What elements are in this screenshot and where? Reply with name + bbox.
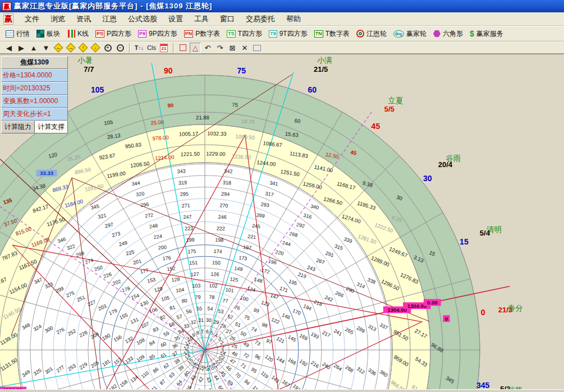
svg-text:32: 32 [190, 319, 196, 325]
svg-text:立夏: 立夏 [388, 96, 403, 105]
toolbar-btn-p-square[interactable]: PSP四方形 [92, 27, 135, 40]
menu-item-2[interactable]: 资讯 [71, 13, 97, 25]
svg-text:152: 152 [167, 265, 176, 272]
t-square-icon: TS [227, 30, 236, 38]
draw-btn-pan-left[interactable]: ← [53, 43, 64, 53]
svg-text:295: 295 [180, 191, 189, 197]
panel-button-support[interactable]: 计算支撑 [35, 121, 68, 133]
title-bar[interactable]: 赢 赢家江恩专业版[赢家内部服务平台] - [焦煤1309 江恩轮] [0, 0, 564, 12]
svg-text:318: 318 [223, 179, 231, 186]
draw-btn-pan-right[interactable]: → [65, 43, 76, 53]
draw-btn-screen[interactable] [251, 43, 263, 53]
kline-label: K线 [77, 29, 89, 39]
draw-btn-nav-down[interactable]: ▼ [40, 43, 52, 53]
svg-text:1229.00: 1229.00 [206, 150, 226, 157]
toolbar-main: 行情板块K线PSP四方形P99P四方形PNP数字表TST四方形T99T四方形TN… [0, 26, 564, 41]
panel-field-2[interactable]: 变换系数=1.00000 [1, 95, 68, 108]
winner-wheel-icon: Big [393, 30, 404, 38]
svg-text:269: 269 [256, 212, 265, 219]
toolbar-btn-hexagon[interactable]: 六角形 [430, 27, 466, 40]
draw-btn-delete-box[interactable]: ⊠ [227, 43, 238, 53]
toolbar-btn-sectors[interactable]: 板块 [33, 27, 63, 40]
draw-btn-converge[interactable]: ✕ [239, 43, 250, 53]
gann-wheel-canvas[interactable]: 1234567891011121314151617181920212223242… [0, 54, 564, 389]
draw-btn-pan-up[interactable]: ↑ [77, 43, 89, 53]
panel-field-3[interactable]: 周天变化步长=1 [1, 108, 68, 121]
svg-text:29: 29 [213, 319, 219, 325]
draw-btn-draw-triangle[interactable]: △ [190, 43, 201, 53]
svg-text:80: 80 [181, 298, 187, 304]
toolbar-btn-winner-service[interactable]: $赢家服务 [466, 27, 507, 40]
draw-btn-zoom-out[interactable]: − [114, 43, 126, 53]
draw-btn-nav-up[interactable]: ▲ [28, 43, 39, 53]
svg-text:105: 105 [103, 119, 113, 126]
svg-text:978.00: 978.00 [152, 134, 169, 141]
t-square-label: T四方形 [238, 29, 262, 39]
svg-text:小满: 小满 [317, 56, 332, 64]
panel-field-0[interactable]: 价格=1304.0000 [1, 69, 68, 82]
menu-item-4[interactable]: 公式选股 [122, 13, 163, 25]
svg-text:0: 0 [481, 308, 485, 317]
gann-wheel[interactable]: 1234567891011121314151617181920212223242… [0, 54, 564, 389]
t-digit-table-label: T数字表 [325, 29, 350, 39]
svg-text:317: 317 [265, 191, 274, 197]
draw-btn-zoom-in[interactable]: + [102, 43, 113, 53]
svg-text:75: 75 [232, 102, 238, 108]
draw-btn-nav-right[interactable]: ▶ [16, 43, 27, 53]
symbol-label: 焦煤1309 [1, 56, 68, 69]
toolbar-btn-winner-wheel[interactable]: Big赢家轮 [390, 27, 430, 40]
svg-text:1236.50: 1236.50 [232, 153, 251, 160]
toolbar-btn-9t-square[interactable]: T99T四方形 [265, 27, 311, 40]
draw-btn-calendar[interactable]: 21 [158, 43, 169, 53]
toolbar-btn-kline[interactable]: K线 [63, 27, 92, 40]
svg-text:60: 60 [294, 117, 301, 124]
menu-item-5[interactable]: 设置 [163, 13, 189, 25]
draw-btn-cls[interactable]: Cls [146, 43, 157, 53]
svg-text:90: 90 [167, 102, 173, 109]
svg-text:150: 150 [212, 260, 221, 266]
svg-text:54: 54 [207, 306, 213, 311]
draw-btn-rotate-cw[interactable]: ↷ [214, 43, 226, 53]
svg-text:21/5: 21/5 [314, 65, 328, 73]
svg-text:319: 319 [178, 179, 187, 186]
menu-item-0[interactable]: 文件 [19, 13, 45, 25]
panel-field-1[interactable]: 时间=20130325 [1, 82, 68, 95]
p-square-label: P四方形 [107, 29, 131, 39]
panel-button-resistance[interactable]: 计算阻力 [1, 121, 35, 133]
app-logo-icon: 赢 [3, 13, 13, 25]
toolbar-btn-quotes[interactable]: 行情 [2, 27, 33, 40]
sectors-label: 板块 [47, 29, 60, 39]
draw-btn-nav-left[interactable]: ◀ [3, 43, 15, 53]
svg-text:176: 176 [162, 255, 171, 261]
toolbar-btn-gann-wheel[interactable]: 江恩轮 [353, 27, 390, 40]
menu-item-9[interactable]: 帮助 [281, 13, 306, 25]
winner-service-icon: $ [470, 29, 474, 38]
svg-text:0.00: 0.00 [427, 299, 438, 306]
svg-text:102: 102 [209, 283, 217, 289]
svg-text:75: 75 [237, 66, 246, 75]
menu-item-7[interactable]: 窗口 [214, 13, 240, 25]
draw-btn-draw-square[interactable] [177, 43, 189, 53]
menu-item-3[interactable]: 江恩 [97, 13, 122, 25]
svg-text:294: 294 [221, 191, 230, 197]
svg-text:53: 53 [218, 308, 224, 315]
svg-text:342: 342 [224, 168, 232, 174]
toolbar-btn-9p-square[interactable]: P99P四方形 [135, 27, 181, 40]
draw-btn-rotate-ccw[interactable]: ↶ [202, 43, 213, 53]
draw-btn-pan-down[interactable]: ↓ [90, 43, 101, 53]
menu-item-6[interactable]: 工具 [189, 13, 214, 25]
svg-text:30: 30 [423, 174, 432, 183]
toolbar-btn-t-square[interactable]: TST四方形 [223, 27, 265, 40]
svg-text:344: 344 [131, 180, 140, 187]
svg-text:0: 0 [445, 316, 448, 322]
draw-btn-t-updown[interactable]: T↑↓ [134, 43, 145, 53]
svg-text:30: 30 [206, 317, 212, 323]
svg-text:1221.50: 1221.50 [180, 151, 200, 158]
toolbar-btn-t-digit-table[interactable]: TNT数字表 [311, 27, 353, 40]
svg-text:31: 31 [198, 317, 204, 323]
toolbar-btn-p-digit-table[interactable]: PNP数字表 [181, 27, 224, 40]
menu-item-1[interactable]: 浏览 [45, 13, 71, 25]
winner-wheel-label: 赢家轮 [406, 29, 427, 39]
menu-item-8[interactable]: 交易委托 [240, 13, 281, 25]
toolbar-separator [173, 43, 174, 53]
